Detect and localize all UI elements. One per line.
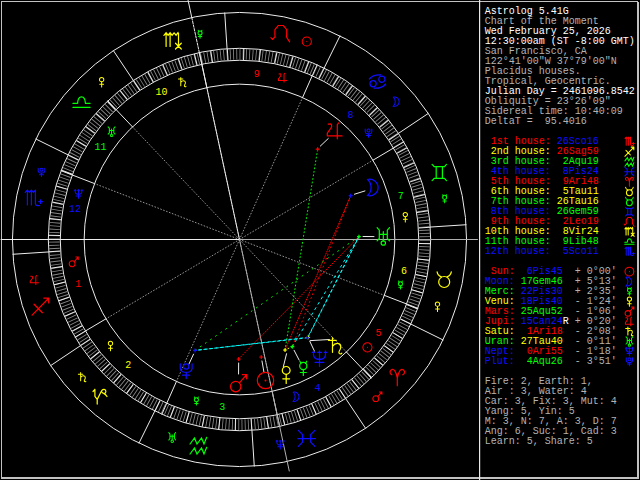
svg-text:6: 6: [401, 266, 407, 277]
svg-text:7: 7: [398, 191, 404, 202]
svg-text:9: 9: [254, 69, 260, 80]
svg-text:3: 3: [219, 402, 225, 413]
svg-text:1: 1: [75, 279, 81, 290]
svg-text:8: 8: [348, 110, 354, 121]
svg-text:11: 11: [94, 142, 106, 153]
svg-text:5: 5: [376, 328, 382, 339]
svg-text:10: 10: [155, 87, 167, 98]
svg-text:2: 2: [125, 360, 131, 371]
svg-text:4: 4: [315, 383, 321, 394]
svg-text:12: 12: [69, 204, 81, 215]
